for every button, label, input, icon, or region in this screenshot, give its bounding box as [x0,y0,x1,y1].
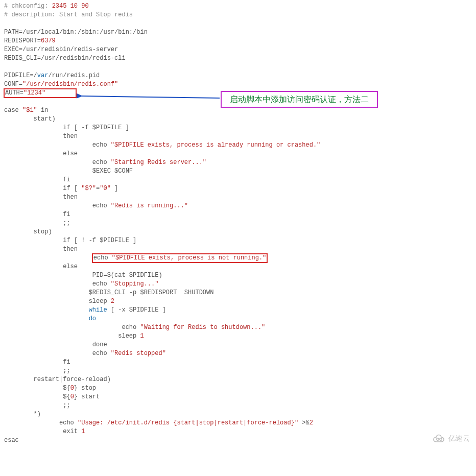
code-token: 2345 10 90 [52,3,89,10]
code-token: "$PIDFILE exists, process is already run… [111,141,320,149]
watermark: 亿速云 [432,434,470,443]
code-token: ${ [4,393,70,400]
code-line: PATH=/usr/local/bin:/sbin:/usr/bin:/bin [4,29,148,36]
code-token: >& [298,419,310,426]
code-token: "$1" [22,107,37,114]
code-line: *) [4,411,41,418]
code-line: fi [4,211,70,218]
code-token: "$?" [81,185,96,192]
code-token [4,306,89,314]
svg-point-3 [440,438,442,440]
code-line: $REDIS_CLI -p $REDISPORT SHUTDOWN [4,289,213,296]
code-token: case [4,107,22,114]
code-token: sleep [4,332,140,340]
code-token: echo [4,141,111,149]
code-token: ${ [4,385,70,392]
code-token: 6379 [41,37,56,44]
code-token: "/usr/redisbin/redis.conf" [22,81,118,88]
code-line: done [4,341,107,348]
code-token: echo [4,159,111,166]
code-token: "Stopping..." [111,280,159,288]
code-line: fi [4,359,70,366]
code-line: EXEC=/usr/redisbin/redis-server [4,46,118,53]
code-token: 2 [310,419,313,426]
code-token: } start [74,393,100,400]
code-token: "Starting Redis server..." [111,159,206,166]
code-line: PID=$(cat $PIDFILE) [4,272,162,279]
code-token: "Redis stopped" [111,350,166,357]
code-token: 0 [70,385,74,392]
code-token: echo [93,254,112,261]
code-line: if [ -f $PIDFILE ] [4,124,129,131]
code-line: # description: Start and Stop redis [4,11,133,18]
code-line: else [4,263,78,270]
code-line: REDIS_CLI=/usr/redisbin/redis-cli [4,55,126,62]
code-token: while [89,306,107,314]
code-token: var [37,72,49,79]
code-line: ;; [4,402,70,409]
code-token: REDISPORT= [4,37,41,44]
highlight-echo-line: echo "$PIDFILE exists, process is not ru… [92,254,267,263]
code-token: echo [4,280,111,288]
highlight-auth-line: AUTH="1234" [4,89,76,98]
code-token: echo [4,350,111,357]
code-token: 1 [81,428,85,435]
code-token: 2 [111,298,114,305]
cloud-icon [432,434,446,443]
code-token: "0" [100,185,111,192]
code-token: "1234" [23,89,45,97]
code-token [4,315,89,322]
code-line: else [4,150,78,157]
code-line: start) [4,115,56,123]
code-line: ;; [4,220,70,227]
code-token: echo [4,202,111,209]
code-token: 0 [70,393,74,400]
watermark-text: 亿速云 [448,434,470,443]
code-token: [ -x $PIDFILE ] [107,306,166,314]
code-line: $EXEC $CONF [4,168,133,175]
code-line: esac [4,437,19,444]
code-line: then [4,246,78,253]
code-line: then [4,133,78,140]
code-token: do [89,315,96,322]
code-token: "Waiting for Redis to shutdown..." [140,324,265,331]
code-line: fi [4,176,70,183]
code-line: if [ ! -f $PIDFILE ] [4,237,136,244]
code-line: ;; [4,367,70,374]
code-token: /run/redis.pid [48,72,100,79]
code-line: restart|force-reload) [4,376,111,383]
code-token: in [37,107,49,114]
svg-point-2 [437,438,439,440]
code-token: "$PIDFILE exists, process is not running… [112,254,266,261]
code-line: then [4,194,78,201]
code-block: # chkconfig: 2345 10 90 # description: S… [4,2,472,445]
code-token: AUTH= [5,89,23,97]
code-token: } stop [74,385,96,392]
code-token: echo [4,324,140,331]
annotation-callout: 启动脚本中添加访问密码认证，方法二 [221,91,378,108]
code-token: exit [4,428,81,435]
code-line: # chkconfig: [4,3,52,10]
code-token: if [ [4,185,81,192]
code-token: 1 [140,332,144,340]
code-token: PIDFILE=/ [4,72,37,79]
code-token: "Redis is running..." [111,202,188,209]
code-token: "Usage: /etc/init.d/redis {start|stop|re… [78,419,298,426]
code-token: ] [111,185,118,192]
code-token: echo [4,419,78,426]
code-token: sleep [4,298,111,305]
code-token [4,254,92,261]
code-token: CONF= [4,81,22,88]
code-line: stop) [4,228,52,235]
